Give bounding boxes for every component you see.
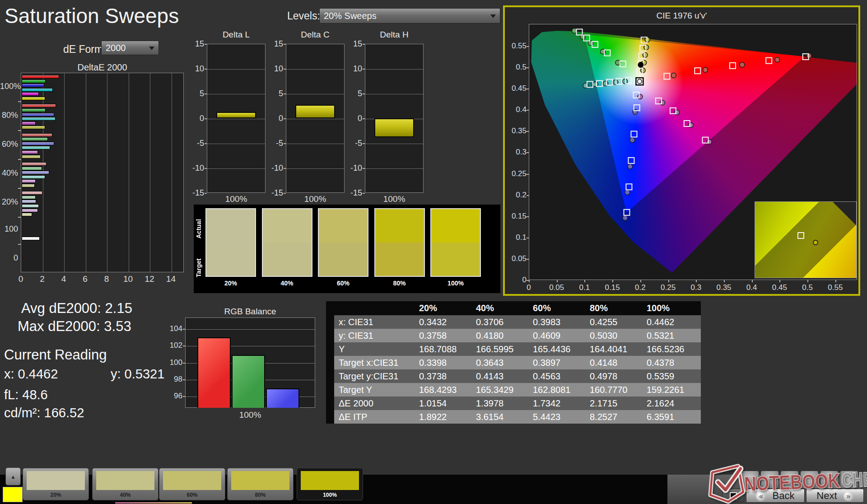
table-cell: 168.4293 bbox=[416, 383, 473, 397]
measured-point-magenta bbox=[675, 110, 680, 115]
deltae-bar-100%-magenta bbox=[22, 92, 39, 96]
measured-point-magenta bbox=[707, 140, 712, 145]
axis-tick bbox=[284, 168, 286, 169]
deltae-bar-80%-magenta bbox=[22, 121, 36, 125]
axis-tick bbox=[527, 110, 529, 111]
swatch-target bbox=[319, 243, 368, 276]
axis-tick bbox=[584, 280, 585, 282]
deltae-bar-80%-cyan bbox=[22, 117, 56, 121]
gridline bbox=[107, 73, 107, 272]
deltae-bar-20%-magenta bbox=[22, 209, 38, 212]
gridline bbox=[365, 168, 423, 169]
axis-tick bbox=[527, 195, 529, 196]
cie-xlabel: 0.2 bbox=[630, 283, 650, 292]
table-cell: 0.3758 bbox=[416, 329, 473, 342]
axis-tick bbox=[363, 193, 365, 194]
axis-tick bbox=[284, 69, 286, 70]
swatch-label: 20% bbox=[201, 280, 261, 287]
pattern-tile-100%[interactable]: 100% bbox=[297, 468, 363, 500]
axis-tick bbox=[527, 216, 529, 217]
gridline bbox=[365, 69, 423, 70]
table-cell: 0.3706 bbox=[473, 315, 530, 329]
table-cell: 165.4436 bbox=[530, 342, 587, 356]
axis-tick bbox=[363, 44, 365, 45]
pattern-tile-60%[interactable]: 60% bbox=[159, 468, 225, 500]
axis-tick bbox=[284, 44, 286, 45]
tile-scroll-up-button[interactable]: ▲ bbox=[5, 467, 21, 485]
table-row-label: Target y:CIE31 bbox=[334, 369, 416, 383]
table-row: Target Y168.4293165.3429162.8081160.7770… bbox=[334, 383, 701, 397]
charts-layer: DeltaE 2000100%80%60%40%20%1000024681012… bbox=[0, 0, 867, 504]
table-cell: 0.4148 bbox=[587, 356, 644, 369]
axis-tick bbox=[183, 379, 185, 380]
measured-point-red bbox=[703, 67, 708, 72]
deltae-bar-20%-green bbox=[22, 196, 36, 199]
swatch-target bbox=[263, 243, 312, 276]
target-point-blue bbox=[631, 131, 637, 137]
swatch-80% bbox=[374, 208, 425, 277]
axis-tick bbox=[557, 280, 558, 282]
tile-swatch bbox=[163, 471, 221, 490]
table-cell: 160.7770 bbox=[587, 383, 644, 397]
swatch-60% bbox=[318, 208, 368, 277]
table-cell: 0.4609 bbox=[530, 329, 587, 342]
table-cell: 168.7088 bbox=[416, 342, 473, 356]
cie-xlabel: 0 bbox=[519, 283, 539, 292]
tile-label: 40% bbox=[93, 492, 158, 498]
axis-tick bbox=[527, 174, 529, 175]
axis-tick bbox=[640, 280, 641, 282]
delta-bar bbox=[295, 105, 335, 118]
tile-label: 20% bbox=[23, 492, 89, 498]
measured-point-blue bbox=[628, 164, 633, 169]
axis-tick bbox=[205, 118, 207, 119]
deltae-bar-100%-cyan bbox=[22, 88, 53, 92]
table-cell: 1.0154 bbox=[416, 397, 473, 410]
axis-tick bbox=[752, 280, 753, 282]
measured-point-blue bbox=[623, 215, 628, 220]
cie-ylabel: 0.05 bbox=[508, 254, 527, 263]
pattern-tile-40%[interactable]: 40% bbox=[92, 468, 158, 500]
pattern-tile-20%[interactable]: 20% bbox=[23, 468, 89, 500]
target-point-green bbox=[620, 61, 626, 67]
swatch-row-label: Actual bbox=[195, 211, 204, 247]
axis-ylabel: -10 bbox=[265, 163, 283, 173]
axis-tick bbox=[284, 93, 286, 94]
deltae-bar-20%-blue bbox=[22, 200, 36, 203]
cie-xlabel: 0.15 bbox=[602, 283, 622, 292]
deltae-bar-60%-green bbox=[22, 137, 48, 141]
deltae-bar-80%-green bbox=[22, 108, 46, 112]
table-header-cell: 20% bbox=[416, 301, 473, 315]
table-row: Target x:CIE310.33980.36430.38970.41480.… bbox=[334, 356, 701, 369]
gridline bbox=[86, 73, 86, 272]
table-row-label: ΔE 2000 bbox=[334, 397, 416, 410]
gridline bbox=[64, 73, 65, 272]
table-cell: 0.3983 bbox=[530, 315, 587, 329]
axis-tick bbox=[807, 280, 808, 282]
axis-tick bbox=[363, 168, 365, 169]
pattern-tile-80%[interactable]: 80% bbox=[227, 468, 294, 500]
gridline bbox=[207, 119, 265, 119]
table-cell: 0.3643 bbox=[473, 356, 530, 369]
axis-ylabel: 10 bbox=[265, 64, 283, 74]
deltae-bar-60%-cyan bbox=[22, 146, 50, 149]
axis-ylabel: 10 bbox=[344, 64, 362, 74]
swatch-actual bbox=[375, 209, 424, 243]
cie-xlabel: 0.05 bbox=[547, 283, 567, 292]
table-cell: 0.5359 bbox=[644, 369, 701, 383]
delta-bar bbox=[374, 118, 414, 137]
cie-xlabel: 0.5 bbox=[797, 283, 817, 292]
axis-tick bbox=[696, 280, 697, 282]
axis-tick bbox=[183, 363, 185, 364]
axis-tick bbox=[18, 217, 21, 218]
rgb-bar-blue bbox=[266, 388, 299, 408]
notebookcheck-logo: NOTEBOOK CHECK bbox=[698, 455, 867, 504]
measured-point-blue bbox=[630, 138, 635, 143]
deltae-ylabel: 20% bbox=[0, 197, 18, 207]
axis-tick bbox=[527, 89, 529, 89]
axis-tick bbox=[527, 152, 529, 153]
deltae-bar-80%-yellow bbox=[22, 126, 45, 129]
cie-xlabel: 0.4 bbox=[742, 283, 762, 292]
table-cell: 165.3429 bbox=[473, 383, 530, 397]
axis-tick bbox=[205, 93, 207, 94]
table-cell: 164.4041 bbox=[587, 342, 644, 356]
